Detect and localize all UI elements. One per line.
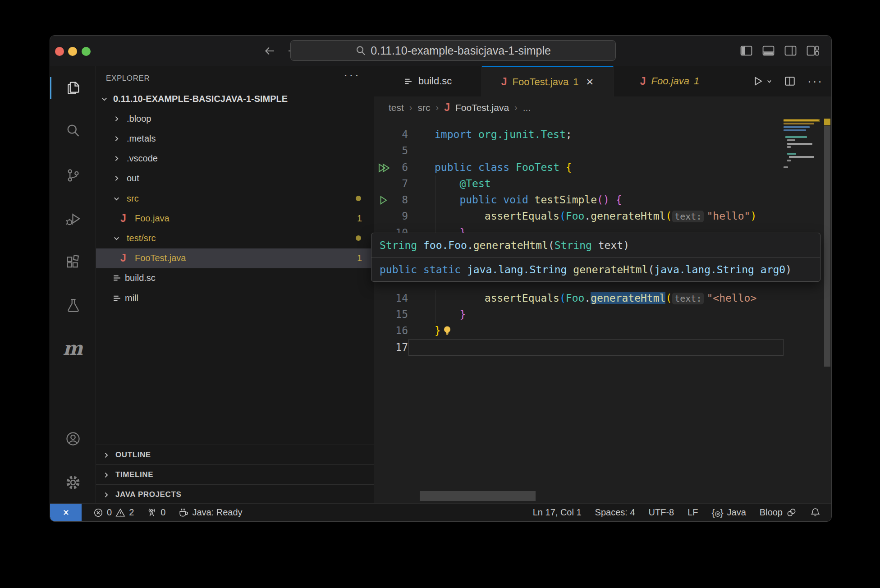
tree-item--bloop[interactable]: .bloop <box>96 109 374 129</box>
tree-item-foo-java[interactable]: JFoo.java1 <box>96 208 374 228</box>
close-icon[interactable]: ✕ <box>586 77 594 87</box>
activity-bar-item-run-debug[interactable] <box>50 208 96 230</box>
breadcrumb-item[interactable]: ... <box>523 102 531 113</box>
sidebar-panel-outline[interactable]: OUTLINE <box>96 445 374 465</box>
code-line-15[interactable]: 15 } <box>374 306 831 323</box>
remote-indicator[interactable] <box>50 504 82 521</box>
code-line-8[interactable]: 8 public void testSimple() { <box>374 192 831 208</box>
status-item-encoding[interactable]: UTF-8 <box>649 507 674 518</box>
status-text: 0 <box>160 507 165 518</box>
tree-item-out[interactable]: out <box>96 169 374 188</box>
activity-bar-item-extensions[interactable] <box>50 251 96 273</box>
activity-bar-item-testing[interactable] <box>50 294 96 316</box>
status-item-problems[interactable]: 02 <box>93 507 134 518</box>
line-number: 7 <box>374 175 408 192</box>
activity-bar-item-explorer[interactable] <box>50 77 96 99</box>
tree-item-src[interactable]: src <box>96 188 374 208</box>
breadcrumb-separator: › <box>514 102 518 113</box>
tab-build-sc[interactable]: build.sc <box>374 66 482 96</box>
status-item-cursor-position[interactable]: Ln 17, Col 1 <box>533 507 582 518</box>
zoom-window-button[interactable] <box>82 47 91 56</box>
activity-bar-item-search[interactable] <box>50 120 96 142</box>
status-item-java-status[interactable]: Java: Ready <box>178 507 242 518</box>
activity-bar-item-accounts[interactable] <box>50 428 96 450</box>
chevron-down-icon <box>113 234 120 242</box>
command-center-search[interactable]: 0.11.10-example-basicjava-1-simple <box>290 40 616 61</box>
breadcrumb-item[interactable]: src <box>418 102 431 113</box>
breadcrumb-item[interactable]: FooTest.java <box>455 102 509 113</box>
code-line-17[interactable]: 17 <box>374 339 831 356</box>
status-item-notifications[interactable] <box>810 507 820 518</box>
chevron-right-icon <box>113 115 120 123</box>
code-line-4[interactable]: 4import org.junit.Test; <box>374 126 831 143</box>
status-item-eol[interactable]: LF <box>688 507 698 518</box>
activity-bar-item-metals[interactable]: m <box>50 338 96 359</box>
breadcrumb-separator: › <box>436 102 439 113</box>
close-window-button[interactable] <box>55 47 64 56</box>
customize-layout-icon[interactable] <box>807 46 819 56</box>
editor-more-icon[interactable]: ··· <box>807 74 823 88</box>
bell-icon <box>810 507 820 518</box>
tree-item-label: mill <box>125 293 138 303</box>
activity-bar: m <box>50 66 96 504</box>
activity-bar-item-settings[interactable] <box>50 472 96 493</box>
tree-item-build-sc[interactable]: build.sc <box>96 268 374 288</box>
explorer-more-icon[interactable]: ··· <box>344 68 360 82</box>
status-text: 0 <box>107 507 112 518</box>
radio-tower-icon <box>147 507 157 518</box>
line-number: 6 <box>374 159 408 176</box>
sidebar-panel-java-projects[interactable]: JAVA PROJECTS <box>96 484 374 504</box>
code-text: assertEquals(Foo.generateHtml(text:"<hel… <box>435 290 756 307</box>
toggle-panel-icon[interactable] <box>762 46 775 56</box>
status-text: Spaces: 4 <box>595 507 635 518</box>
chevron-right-icon <box>113 175 120 182</box>
toggle-sidebar-icon[interactable] <box>740 46 752 56</box>
sidebar-panel-timeline[interactable]: TIMELINE <box>96 464 374 485</box>
tree-item--metals[interactable]: .metals <box>96 129 374 148</box>
breadcrumb-item[interactable]: test <box>389 102 404 113</box>
code-line-5[interactable]: 5 <box>374 142 831 159</box>
status-text: 2 <box>129 507 134 518</box>
minimap-line <box>784 123 814 124</box>
code-line-16[interactable]: 16} <box>374 322 831 339</box>
tree-item-test-src[interactable]: test/src <box>96 228 374 248</box>
chevron-down-icon <box>101 95 108 103</box>
status-item-bloop[interactable]: Bloop <box>760 507 797 518</box>
tab-bar: JFoo.java1JFooTest.java1✕build.sc ··· <box>374 66 831 97</box>
tree-item-0-11-10-example-basicjava-1-simple[interactable]: 0.11.10-EXAMPLE-BASICJAVA-1-SIMPLE <box>96 89 374 109</box>
minimize-window-button[interactable] <box>68 47 77 56</box>
status-item-ports[interactable]: 0 <box>147 507 165 518</box>
java-file-icon: J <box>444 101 450 114</box>
coffee-icon <box>178 507 188 518</box>
error-icon <box>93 508 103 518</box>
code-editor[interactable]: String foo.Foo.generateHtml(String text)… <box>374 119 831 504</box>
tab-footest-java[interactable]: JFooTest.java1✕ <box>482 66 614 97</box>
tab-foo-java[interactable]: JFoo.java1 <box>614 66 726 96</box>
code-line-6[interactable]: 6public class FooTest { <box>374 159 831 176</box>
status-item-indentation[interactable]: Spaces: 4 <box>595 507 635 518</box>
code-line-9[interactable]: 9 assertEquals(Foo.generateHtml(text:"he… <box>374 208 831 225</box>
line-number: 15 <box>374 306 408 323</box>
line-number: 8 <box>374 192 408 208</box>
metals-icon: m <box>63 339 82 358</box>
tree-item-label: src <box>127 193 139 204</box>
tree-item--vscode[interactable]: .vscode <box>96 149 374 169</box>
git-icon <box>65 167 81 184</box>
code-text: @Test <box>435 175 491 192</box>
code-line-7[interactable]: 7 @Test <box>374 175 831 192</box>
tree-item-mill[interactable]: mill <box>96 288 374 308</box>
tree-item-footest-java[interactable]: JFooTest.java1 <box>96 248 374 268</box>
tree-item-label: Foo.java <box>135 213 170 224</box>
java-file-icon: J <box>120 212 126 225</box>
activity-bar-item-source-control[interactable] <box>50 165 96 186</box>
back-icon[interactable] <box>263 45 276 57</box>
run-java-button[interactable] <box>752 75 772 87</box>
tab-label: FooTest.java <box>513 76 569 88</box>
lightbulb-icon[interactable] <box>442 326 452 335</box>
code-line-14[interactable]: 14 assertEquals(Foo.generateHtml(text:"<… <box>374 290 831 307</box>
horizontal-scrollbar[interactable] <box>420 491 536 501</box>
toggle-secondary-sidebar-icon[interactable] <box>784 46 797 56</box>
status-item-language-mode[interactable]: {}Java <box>712 507 746 518</box>
split-editor-icon[interactable] <box>784 75 796 87</box>
braces-x-icon: {} <box>712 507 724 518</box>
